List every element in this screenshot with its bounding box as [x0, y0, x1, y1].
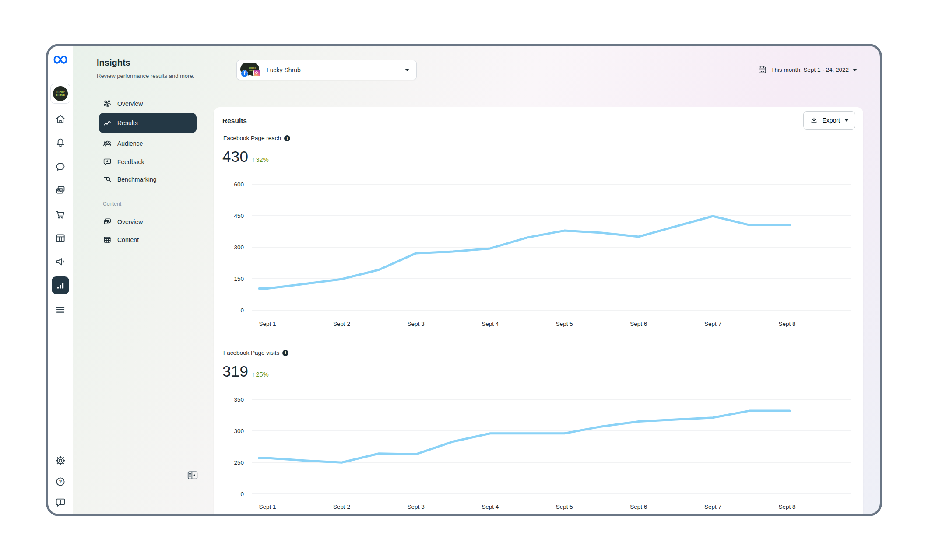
x-tick-label: Sept 1 — [259, 504, 276, 510]
chevron-down-icon — [405, 69, 409, 71]
chart2-headline: 319 ↑25% — [222, 363, 269, 380]
x-tick-label: Sept 5 — [556, 321, 573, 327]
sidebar-item-label: Benchmarking — [117, 176, 157, 183]
sidebar-item-content-overview[interactable]: Overview — [99, 213, 197, 231]
help-question-icon[interactable]: ? — [55, 476, 66, 487]
business-name: Lucky Shrub — [267, 66, 301, 74]
feedback-star-icon — [103, 158, 112, 166]
visits-line-chart: 0250300350Sept 1Sept 2Sept 3Sept 4Sept 5… — [214, 392, 863, 516]
sidebar-item-feedback[interactable]: Feedback — [99, 153, 197, 171]
instagram-badge-icon — [253, 70, 260, 77]
posts-cards-icon[interactable] — [55, 185, 66, 196]
content-overview-icon — [103, 217, 112, 226]
export-button[interactable]: Export — [803, 111, 855, 130]
planner-table-icon[interactable] — [55, 232, 66, 244]
visits-value: 319 — [222, 363, 248, 380]
x-tick-label: Sept 8 — [778, 504, 795, 510]
x-tick-label: Sept 6 — [630, 321, 647, 327]
up-arrow-icon: ↑ — [252, 371, 255, 378]
x-tick-label: Sept 2 — [333, 504, 350, 510]
messages-chat-icon[interactable] — [55, 161, 66, 172]
data-line — [259, 216, 790, 289]
chart2-title-row: Facebook Page visits — [223, 350, 288, 356]
chart1-title-row: Facebook Page reach — [223, 135, 290, 141]
sidebar-item-overview[interactable]: Overview — [99, 95, 197, 112]
report-problem-icon[interactable] — [55, 497, 66, 508]
sidebar-item-label: Overview — [117, 100, 143, 107]
chart1-headline: 430 ↑32% — [222, 148, 269, 165]
lucky-shrub-avatar: LUCKYSHRUB — [53, 86, 68, 101]
y-tick-label: 0 — [240, 307, 244, 314]
chart2-title: Facebook Page visits — [223, 350, 279, 356]
sidebar-item-benchmarking[interactable]: Benchmarking — [99, 171, 197, 188]
x-tick-label: Sept 4 — [482, 504, 499, 510]
x-tick-label: Sept 3 — [408, 504, 425, 510]
x-tick-label: Sept 4 — [482, 321, 499, 327]
sidebar-item-audience[interactable]: Audience — [99, 135, 197, 152]
y-tick-label: 150 — [234, 276, 244, 282]
sidebar-item-label: Audience — [117, 140, 143, 147]
business-selector[interactable]: LUCKYSHRUB Lucky Shrub — [236, 60, 417, 80]
date-range-label: This month: Sept 1 - 24, 2022 — [771, 66, 849, 73]
notifications-bell-icon[interactable] — [55, 137, 66, 148]
sidebar-item-label: Content — [117, 236, 139, 243]
x-tick-label: Sept 2 — [333, 321, 350, 327]
content-table-icon — [103, 235, 112, 244]
x-tick-label: Sept 3 — [408, 321, 425, 327]
x-tick-label: Sept 7 — [704, 504, 721, 510]
reach-change: ↑32% — [252, 156, 268, 165]
y-tick-label: 300 — [234, 244, 244, 251]
page-subtitle: Review performance results and more. — [97, 73, 194, 79]
rail-divider — [53, 112, 68, 112]
info-icon[interactable] — [282, 350, 288, 356]
x-tick-label: Sept 7 — [704, 321, 721, 327]
collapse-sidebar-icon[interactable] — [187, 470, 198, 481]
sidebar-section-label: Content — [103, 201, 121, 207]
svg-text:?: ? — [59, 479, 62, 484]
audience-icon — [103, 139, 112, 148]
meta-logo[interactable] — [53, 52, 68, 66]
benchmarking-search-icon — [103, 175, 112, 184]
y-tick-label: 600 — [234, 181, 244, 188]
chevron-down-icon — [844, 119, 849, 122]
x-tick-label: Sept 1 — [259, 321, 276, 327]
more-menu-icon[interactable] — [55, 304, 66, 315]
results-card: Results Export Facebook Page reach 430 ↑… — [214, 107, 863, 514]
date-range-selector[interactable]: This month: Sept 1 - 24, 2022 — [758, 65, 857, 74]
reach-value: 430 — [222, 148, 248, 165]
home-icon[interactable] — [55, 113, 66, 125]
insights-barchart-icon-active[interactable] — [52, 276, 69, 294]
sidebar-item-label: Feedback — [117, 158, 144, 165]
x-tick-label: Sept 8 — [778, 321, 795, 327]
business-avatar-button[interactable]: LUCKYSHRUB — [50, 84, 70, 104]
settings-gear-icon[interactable] — [55, 455, 66, 466]
results-icon — [103, 119, 112, 127]
y-tick-label: 350 — [234, 396, 244, 403]
business-selector-avatar: LUCKYSHRUB — [240, 63, 261, 77]
export-label: Export — [823, 117, 840, 124]
visits-change: ↑25% — [252, 371, 268, 380]
chevron-down-icon — [853, 69, 857, 71]
sidebar-item-content[interactable]: Content — [99, 231, 197, 248]
page-title: Insights — [97, 58, 130, 68]
sidebar-item-label: Results — [117, 119, 138, 126]
reach-line-chart: 0150300450600Sept 1Sept 2Sept 3Sept 4Sep… — [214, 177, 863, 331]
info-icon[interactable] — [284, 135, 290, 141]
facebook-badge-icon — [241, 70, 248, 77]
chart1-title: Facebook Page reach — [223, 135, 281, 141]
x-tick-label: Sept 6 — [630, 504, 647, 510]
y-tick-label: 250 — [234, 459, 244, 466]
download-icon — [810, 116, 818, 125]
commerce-cart-icon[interactable] — [55, 209, 66, 220]
ads-megaphone-icon[interactable] — [55, 256, 66, 267]
header-divider — [229, 62, 229, 79]
y-tick-label: 0 — [240, 491, 244, 497]
sidebar-item-label: Overview — [117, 218, 143, 225]
results-card-title: Results — [222, 117, 247, 125]
overview-icon — [103, 99, 112, 108]
calendar-icon — [758, 65, 767, 74]
y-tick-label: 450 — [234, 213, 244, 219]
sidebar-item-results[interactable]: Results — [99, 113, 197, 133]
x-tick-label: Sept 5 — [556, 504, 573, 510]
up-arrow-icon: ↑ — [252, 156, 255, 163]
